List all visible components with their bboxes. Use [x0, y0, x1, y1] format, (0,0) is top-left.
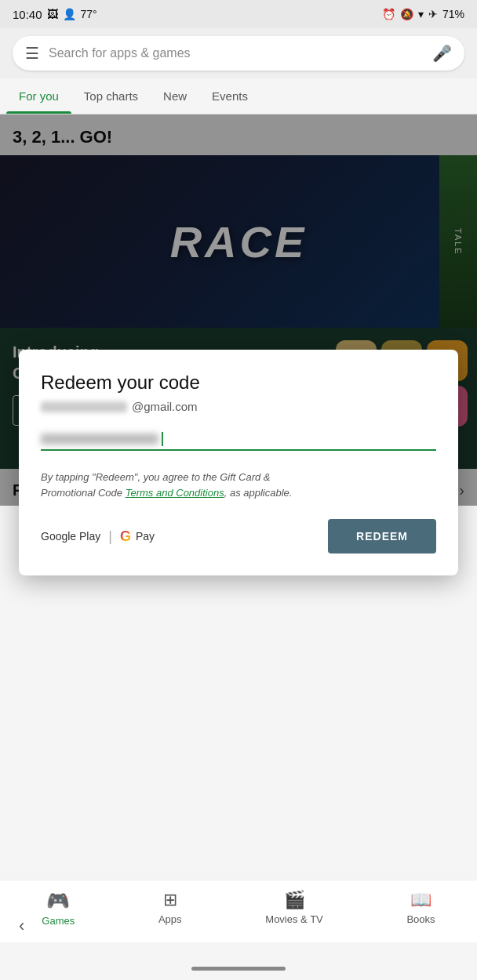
code-blur-text: [41, 434, 158, 445]
airplane-icon: ✈: [428, 8, 438, 20]
apps-icon: ⊞: [163, 890, 177, 910]
modal-overlay: Redeem your code @gmail.com By tapping "…: [0, 114, 477, 506]
tab-top-charts[interactable]: Top charts: [71, 78, 151, 114]
hamburger-icon[interactable]: ☰: [25, 44, 39, 63]
redeem-modal: Redeem your code @gmail.com By tapping "…: [19, 350, 458, 575]
games-icon: 🎮: [46, 890, 70, 912]
mic-icon[interactable]: 🎤: [432, 44, 452, 63]
code-underline: [41, 449, 436, 451]
time-display: 10:40: [13, 8, 42, 21]
movies-icon: 🎬: [284, 890, 305, 910]
logo-divider: |: [108, 528, 112, 545]
user-icon: 👤: [63, 8, 76, 20]
terms-link[interactable]: Terms and Conditions: [126, 487, 224, 499]
mute-icon: 🔕: [400, 8, 413, 20]
google-play-pay-logo: Google Play | G Pay: [41, 528, 155, 545]
temperature-display: 77°: [81, 8, 97, 20]
nav-item-books[interactable]: 📖 Books: [397, 887, 444, 939]
search-bar[interactable]: ☰ Search for apps & games 🎤: [13, 36, 464, 71]
photo-icon: 🖼: [47, 8, 58, 20]
redeem-button[interactable]: REDEEM: [328, 519, 436, 554]
email-suffix: @gmail.com: [132, 400, 198, 413]
status-right: ⏰ 🔕 ▾ ✈ 71%: [382, 8, 464, 20]
modal-footer: Google Play | G Pay REDEEM: [41, 519, 436, 554]
apps-label: Apps: [158, 913, 182, 925]
code-input-display[interactable]: [41, 432, 436, 446]
terms-text: By tapping "Redeem", you agree to the Gi…: [41, 470, 436, 500]
bottom-nav: 🎮 Games ⊞ Apps 🎬 Movies & TV 📖 Books: [0, 880, 477, 942]
wifi-icon: ▾: [418, 8, 424, 20]
code-cursor: [162, 432, 163, 446]
status-bar: 10:40 🖼 👤 77° ⏰ 🔕 ▾ ✈ 71%: [0, 0, 477, 28]
movies-label: Movies & TV: [265, 913, 322, 925]
tab-events[interactable]: Events: [199, 78, 260, 114]
google-play-label: Google Play: [41, 530, 100, 543]
search-bar-container: ☰ Search for apps & games 🎤: [0, 28, 477, 78]
tab-for-you[interactable]: For you: [6, 78, 71, 114]
games-label: Games: [42, 915, 75, 927]
battery-display: 71%: [442, 8, 464, 20]
code-input-container: [41, 432, 436, 451]
tab-new[interactable]: New: [151, 78, 199, 114]
alarm-icon: ⏰: [382, 8, 395, 20]
nav-item-apps[interactable]: ⊞ Apps: [149, 887, 191, 939]
pay-label: Pay: [136, 530, 155, 543]
background-content: 3, 2, 1... GO! RACE TALE Redeem your cod…: [0, 114, 477, 506]
modal-email: @gmail.com: [41, 400, 436, 413]
back-button[interactable]: ‹: [19, 916, 24, 936]
nav-item-movies[interactable]: 🎬 Movies & TV: [256, 887, 332, 939]
g-logo-icon: G: [120, 528, 131, 545]
search-placeholder: Search for apps & games: [49, 46, 423, 60]
books-icon: 📖: [410, 890, 431, 910]
nav-item-games[interactable]: 🎮 Games: [32, 887, 84, 939]
status-left: 10:40 🖼 👤 77°: [13, 8, 97, 21]
books-label: Books: [406, 913, 435, 925]
email-blur: [41, 401, 127, 412]
home-indicator: [191, 967, 286, 971]
modal-title: Redeem your code: [41, 372, 436, 394]
tabs-bar: For you Top charts New Events: [0, 78, 477, 114]
